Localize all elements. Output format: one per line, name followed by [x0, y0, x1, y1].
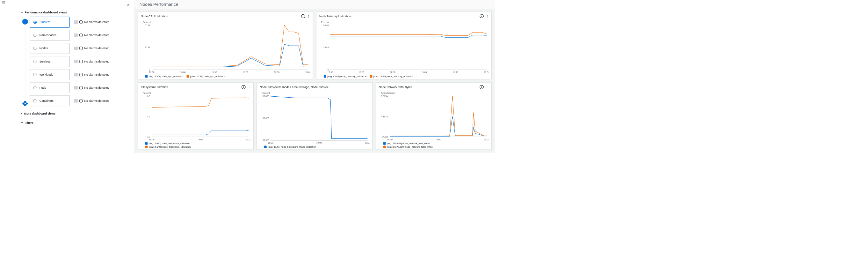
pill-containers[interactable]: Containers	[30, 96, 69, 106]
alarm-text: No alarms detected	[84, 73, 109, 76]
svg-text:0: 0	[149, 69, 150, 71]
info-icon[interactable]: i	[301, 14, 305, 18]
section-filters-header[interactable]: Filters	[21, 121, 131, 125]
legend-text: [avg: 43.49] node_memory_utilization	[327, 75, 367, 78]
sidebar-item-clusters: Clusters i No alarms detected	[30, 17, 130, 27]
kebab-menu-icon[interactable]	[248, 85, 250, 89]
pill-services[interactable]: Services	[30, 56, 69, 67]
svg-text:17:30: 17:30	[328, 71, 333, 73]
alarm-text: No alarms detected	[84, 60, 109, 63]
info-icon[interactable]: i	[79, 73, 83, 76]
widget-memory: Node Memory Utilization i Percent 56.982…	[316, 11, 491, 79]
legend-text: [max: 56.98] node_memory_utilization	[373, 75, 413, 78]
pill-pods[interactable]: Pods	[30, 82, 69, 93]
widget-title: Node Filesystem Inodes Free Average, Nod…	[260, 85, 365, 89]
widget-network: Node Network Total Bytes i Bytes/Second …	[376, 82, 491, 150]
widget-filesystem: Filesystem Utilization i Percent 6.34.32…	[138, 82, 253, 150]
legend: [avg: 2.631] node_filesystem_utilization…	[145, 142, 250, 148]
kebab-menu-icon[interactable]	[486, 14, 489, 18]
svg-text:33.420: 33.420	[262, 95, 269, 97]
pill-namespaces[interactable]: Namespaces	[30, 30, 69, 41]
svg-text:18:00: 18:00	[180, 71, 186, 73]
pill-label: Services	[39, 60, 51, 63]
kebab-menu-icon[interactable]	[367, 85, 369, 89]
y-axis-unit: Percent	[261, 91, 369, 95]
svg-text:19:00: 19:00	[435, 138, 441, 140]
cluster-hex-icon	[22, 19, 28, 25]
y-axis-unit: Percent	[321, 21, 489, 24]
pill-workloads[interactable]: Workloads	[30, 69, 69, 80]
legend: [avg: 43.49] node_memory_utilization [ma…	[324, 75, 489, 78]
svg-text:8.379M: 8.379M	[381, 95, 389, 97]
alarm-text: No alarms detected	[84, 86, 109, 89]
svg-text:19:30: 19:30	[274, 71, 279, 73]
section-perf-views-header[interactable]: Performance dashboard views	[21, 11, 131, 14]
alarm-text: No alarms detected	[84, 47, 109, 50]
svg-text:28.49: 28.49	[323, 46, 329, 49]
info-icon[interactable]: i	[79, 60, 83, 63]
section-more-views-label: More dashboard views	[24, 112, 56, 115]
radio-icon	[33, 47, 36, 50]
close-icon[interactable]: ×	[127, 2, 130, 8]
pill-nodes[interactable]: Nodes	[30, 43, 69, 54]
info-icon[interactable]: i	[479, 14, 484, 18]
radio-icon	[33, 20, 37, 24]
svg-text:33.395: 33.395	[262, 139, 269, 141]
info-icon[interactable]: i	[79, 33, 83, 37]
svg-text:19:00: 19:00	[197, 138, 203, 140]
legend-text: [avg: 210,468] node_network_total_bytes	[387, 142, 430, 145]
alarm-text: No alarms detected	[84, 33, 109, 37]
y-axis-unit: Percent	[143, 21, 310, 24]
info-icon[interactable]: i	[242, 85, 246, 89]
hamburger-icon[interactable]	[2, 2, 5, 4]
view-list: Clusters i No alarms detected Namespaces	[30, 17, 130, 106]
svg-text:18:00: 18:00	[149, 138, 154, 140]
svg-text:19:00: 19:00	[421, 71, 427, 73]
widget-cpu: Node CPU Utilization i Percent 60.8830.4…	[138, 11, 313, 79]
swatch-blue-icon	[145, 75, 148, 78]
section-more-views-header[interactable]: More dashboard views	[21, 112, 131, 115]
swatch-blue-icon	[383, 142, 386, 145]
sidebar-item-namespaces: Namespaces i No alarms detected	[30, 30, 130, 41]
radio-icon	[33, 86, 36, 89]
alarm-box-icon	[74, 33, 78, 37]
radio-icon	[33, 33, 36, 37]
alarm-status: i No alarms detected	[74, 47, 110, 50]
alarm-status: i No alarms detected	[74, 20, 110, 24]
info-icon[interactable]: i	[79, 47, 83, 50]
legend-text: [avg: 2.631] node_filesystem_utilization	[149, 142, 190, 145]
svg-text:4.3: 4.3	[147, 115, 150, 118]
svg-text:19:30: 19:30	[453, 71, 458, 73]
radio-icon	[33, 73, 36, 76]
info-icon[interactable]: i	[479, 85, 484, 89]
svg-text:20:00: 20:00	[305, 71, 310, 73]
kebab-menu-icon[interactable]	[307, 14, 310, 18]
legend: [avg: 5.864] node_cpu_utilization [max: …	[145, 75, 310, 78]
pill-label: Containers	[39, 99, 54, 102]
info-icon[interactable]: i	[79, 99, 83, 102]
alarm-status: i No alarms detected	[74, 86, 110, 89]
kebab-menu-icon[interactable]	[486, 85, 489, 89]
pill-label: Namespaces	[39, 33, 56, 37]
swatch-blue-icon	[145, 142, 148, 145]
chevron-down-icon	[21, 12, 23, 13]
info-icon[interactable]: i	[79, 86, 83, 89]
svg-text:0: 0	[328, 69, 329, 71]
swatch-blue-icon	[324, 75, 326, 78]
pill-label: Clusters	[39, 20, 50, 24]
swatch-orange-icon	[186, 75, 189, 78]
sidebar: × Performance dashboard views Clusters	[7, 0, 134, 153]
chart-inode: 33.42033.40833.39518:0019:0020:00	[260, 95, 369, 144]
pill-clusters[interactable]: Clusters	[30, 17, 69, 27]
chevron-right-icon	[21, 113, 22, 114]
svg-text:18:30: 18:30	[390, 71, 396, 73]
alarm-box-icon	[74, 86, 78, 89]
info-icon[interactable]: i	[79, 20, 83, 24]
sidebar-item-nodes: Nodes i No alarms detected	[30, 43, 130, 54]
alarm-box-icon	[74, 99, 78, 102]
main: Nodes Performance Node CPU Utilization i…	[134, 0, 495, 153]
legend-text: [avg: 33.41] node_filesystem_inode_utili…	[268, 145, 316, 149]
swatch-blue-icon	[264, 145, 267, 148]
legend: [avg: 210,468] node_network_total_bytes …	[383, 142, 489, 148]
svg-text:20:00: 20:00	[246, 138, 250, 140]
